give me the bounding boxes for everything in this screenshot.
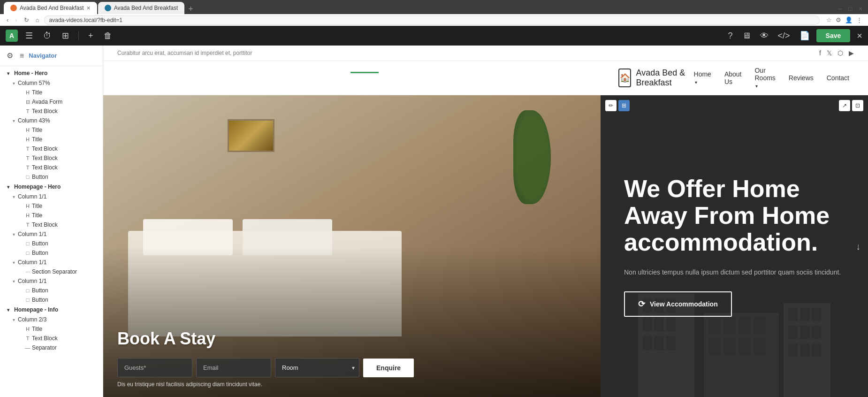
tree-title-5[interactable]: H Title bbox=[0, 211, 103, 220]
separator-icon: ··· bbox=[23, 269, 32, 275]
tree-button-2[interactable]: □ Button bbox=[0, 239, 103, 248]
t-icon: T bbox=[23, 336, 32, 341]
tree-title-6[interactable]: H Title bbox=[0, 324, 103, 334]
url-input[interactable] bbox=[44, 15, 820, 25]
tree-button-4[interactable]: □ Button bbox=[0, 286, 103, 295]
maximize-button[interactable]: □ bbox=[847, 4, 854, 13]
svg-rect-13 bbox=[739, 317, 750, 334]
tree-text-block-5[interactable]: T Text Block bbox=[0, 220, 103, 229]
view-accommodation-button[interactable]: ⟳ View Accommodation bbox=[624, 291, 732, 317]
grid-button[interactable]: ⊞ bbox=[59, 29, 72, 43]
tree-text-block-1[interactable]: T Text Block bbox=[0, 107, 103, 116]
logo-icon: 🏠 bbox=[618, 69, 632, 87]
close-editor-button[interactable]: × bbox=[857, 31, 862, 41]
youtube-icon[interactable]: ▶ bbox=[849, 49, 854, 57]
history-button[interactable]: ⏱ bbox=[40, 29, 54, 43]
section-home-hero[interactable]: ▾ Home - Hero bbox=[0, 68, 103, 78]
add-button[interactable]: + bbox=[85, 29, 96, 43]
pencil-edit-button[interactable]: ✏ bbox=[605, 100, 617, 111]
refresh-button[interactable]: ↻ bbox=[22, 15, 31, 24]
forward-button[interactable]: › bbox=[13, 15, 19, 24]
website-preview: Curabitur arcu erat, accumsan id imperdi… bbox=[103, 46, 868, 397]
svg-rect-5 bbox=[655, 317, 664, 331]
tree-text-block-3[interactable]: T Text Block bbox=[0, 153, 103, 163]
nav-rooms[interactable]: Our Rooms ▾ bbox=[754, 67, 775, 89]
hero-subtitle: Non ultricies tempus nulla ipsum dictum … bbox=[624, 267, 845, 277]
save-button[interactable]: Save bbox=[816, 29, 851, 42]
new-tab-button[interactable]: + bbox=[185, 4, 196, 14]
menu-button[interactable]: ⋮ bbox=[855, 15, 863, 24]
tab-1[interactable]: Avada Bed And Breakfast × bbox=[4, 2, 97, 14]
layers-button[interactable]: ☰ bbox=[23, 29, 36, 43]
tree-title-4[interactable]: H Title bbox=[0, 201, 103, 211]
back-button[interactable]: ‹ bbox=[5, 15, 10, 24]
toggle-icon: ▾ bbox=[9, 317, 18, 322]
nav-contact[interactable]: Contact bbox=[827, 74, 849, 82]
tree-button-5[interactable]: □ Button bbox=[0, 295, 103, 305]
section-homepage-hero[interactable]: ▾ Homepage - Hero bbox=[0, 182, 103, 192]
nav-home[interactable]: Home ▾ bbox=[694, 70, 711, 85]
help-button[interactable]: ? bbox=[725, 29, 736, 43]
site-logo: 🏠 Avada Bed & Breakfast bbox=[618, 68, 694, 88]
h-icon: H bbox=[23, 326, 32, 332]
h-icon: H bbox=[23, 213, 32, 218]
profile-button[interactable]: 👤 bbox=[844, 15, 853, 24]
tree-text-block-2[interactable]: T Text Block bbox=[0, 144, 103, 153]
link-edit-button[interactable]: ↗ bbox=[839, 100, 850, 111]
guests-input[interactable] bbox=[117, 358, 192, 377]
tree-title-1[interactable]: H Title bbox=[0, 88, 103, 97]
settings-button[interactable]: ⚙ bbox=[5, 49, 15, 62]
close-button[interactable]: × bbox=[857, 4, 864, 13]
tree-column-1-1-d[interactable]: ▾ Column 1/1 bbox=[0, 276, 103, 286]
media-button[interactable]: 📄 bbox=[797, 29, 813, 43]
section-homepage-info[interactable]: ▾ Homepage - Info bbox=[0, 305, 103, 315]
preview-button[interactable]: 👁 bbox=[757, 29, 771, 43]
trash-button[interactable]: 🗑 bbox=[101, 29, 115, 43]
tree-column-2-3[interactable]: ▾ Column 2/3 bbox=[0, 315, 103, 324]
tree-column-57[interactable]: ▾ Column 57% bbox=[0, 78, 103, 88]
twitter-icon[interactable]: 𝕏 bbox=[827, 49, 832, 57]
toggle-icon: ▾ bbox=[9, 118, 18, 123]
avada-logo: A bbox=[6, 30, 18, 42]
enquire-button[interactable]: Enquire bbox=[363, 359, 414, 377]
tree-button-1[interactable]: □ Button bbox=[0, 172, 103, 182]
bookmark-button[interactable]: ☆ bbox=[825, 15, 833, 24]
facebook-icon[interactable]: f bbox=[819, 49, 821, 57]
tree-column-1-1-a[interactable]: ▾ Column 1/1 bbox=[0, 192, 103, 201]
nav-about[interactable]: About Us bbox=[724, 70, 742, 85]
svg-rect-8 bbox=[655, 336, 664, 350]
navigator-label: Navigator bbox=[29, 52, 57, 59]
tree-title-3[interactable]: H Title bbox=[0, 135, 103, 144]
tree-title-2[interactable]: H Title bbox=[0, 125, 103, 135]
navigator-tree: ▾ Home - Hero ▾ Column 57% H Title ⊟ Ava… bbox=[0, 66, 103, 397]
list-button[interactable]: ≡ bbox=[18, 50, 26, 62]
sidebar: ⚙ ≡ Navigator ▾ Home - Hero ▾ Column 57%… bbox=[0, 46, 103, 397]
tree-avada-form[interactable]: ⊟ Avada Form bbox=[0, 97, 103, 107]
toggle-icon: ▾ bbox=[4, 184, 12, 190]
layout-edit-button[interactable]: ⊞ bbox=[618, 100, 630, 111]
minimize-button[interactable]: ─ bbox=[836, 4, 844, 13]
extensions-button[interactable]: ⚙ bbox=[835, 15, 842, 24]
expand-button[interactable]: ⊡ bbox=[852, 100, 863, 111]
btn-icon: □ bbox=[23, 250, 32, 256]
tree-section-separator[interactable]: ··· Section Separator bbox=[0, 267, 103, 276]
tree-column-1-1-c[interactable]: ▾ Column 1/1 bbox=[0, 258, 103, 267]
h-icon: H bbox=[23, 90, 32, 95]
form-icon: ⊟ bbox=[23, 99, 32, 105]
tree-column-43[interactable]: ▾ Column 43% bbox=[0, 116, 103, 125]
tree-button-3[interactable]: □ Button bbox=[0, 248, 103, 258]
tree-separator[interactable]: — Separator bbox=[0, 343, 103, 352]
tab-1-close[interactable]: × bbox=[87, 4, 91, 12]
email-input[interactable] bbox=[196, 358, 271, 377]
tree-text-block-6[interactable]: T Text Block bbox=[0, 334, 103, 343]
nav-reviews[interactable]: Reviews bbox=[789, 74, 814, 82]
code-button[interactable]: </> bbox=[775, 29, 793, 43]
instagram-icon[interactable]: ⬡ bbox=[838, 49, 843, 57]
tree-column-1-1-b[interactable]: ▾ Column 1/1 bbox=[0, 229, 103, 239]
home-button[interactable]: ⌂ bbox=[34, 15, 41, 24]
right-arrow-icon: ↓ bbox=[856, 241, 860, 252]
desktop-view-button[interactable]: 🖥 bbox=[739, 29, 754, 43]
room-select[interactable]: Room bbox=[275, 358, 359, 377]
tab-2[interactable]: Avada Bed And Breakfast bbox=[98, 2, 185, 14]
tree-text-block-4[interactable]: T Text Block bbox=[0, 163, 103, 172]
